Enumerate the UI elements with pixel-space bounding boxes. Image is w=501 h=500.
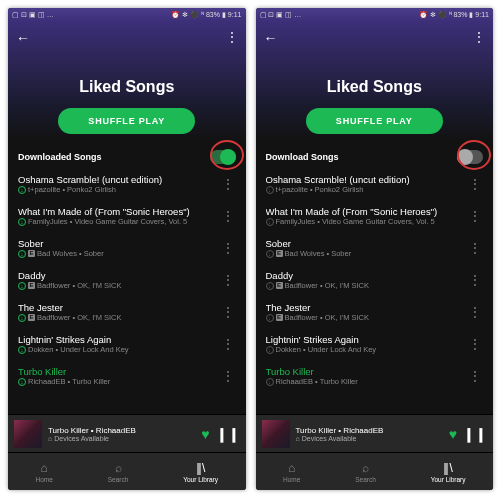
song-subtitle: ↓E Badflower • OK, I'M SICK — [18, 281, 220, 290]
download-row: Downloaded Songs — [8, 142, 246, 168]
search-icon: ⌕ — [115, 461, 122, 475]
download-toggle[interactable] — [210, 150, 236, 164]
song-row[interactable]: Turbo Killer↓ RichaadEB • Turbo Killer⋮ — [18, 360, 236, 392]
nav-search[interactable]: ⌕Search — [355, 461, 376, 483]
song-row[interactable]: The Jester↓E Badflower • OK, I'M SICK⋮ — [266, 296, 484, 328]
nav-library[interactable]: ‖\Your Library — [183, 461, 218, 483]
song-row[interactable]: The Jester↓E Badflower • OK, I'M SICK⋮ — [18, 296, 236, 328]
song-info: What I'm Made of (From "Sonic Heroes")↓ … — [266, 206, 468, 226]
song-title: Oshama Scramble! (uncut edition) — [18, 174, 220, 185]
status-right: ⏰ ✻ ⚫ ᴺ 83% ▮ 9:11 — [419, 11, 489, 19]
downloaded-icon: ↓ — [266, 346, 274, 354]
library-icon: ‖\ — [196, 461, 205, 475]
song-options-icon[interactable]: ⋮ — [220, 337, 236, 351]
song-row[interactable]: Daddy↓E Badflower • OK, I'M SICK⋮ — [18, 264, 236, 296]
song-subtitle: ↓E Bad Wolves • Sober — [266, 249, 468, 258]
downloaded-icon: ↓ — [18, 346, 26, 354]
song-row[interactable]: What I'm Made of (From "Sonic Heroes")↓ … — [266, 200, 484, 232]
song-row[interactable]: Sober↓E Bad Wolves • Sober⋮ — [266, 232, 484, 264]
options-icon[interactable]: ⋮ — [473, 30, 485, 44]
pause-icon[interactable]: ❙❙ — [463, 426, 487, 442]
song-row[interactable]: Sober↓E Bad Wolves • Sober⋮ — [18, 232, 236, 264]
song-row[interactable]: Turbo Killer↓ RichaadEB • Turbo Killer⋮ — [266, 360, 484, 392]
song-info: Sober↓E Bad Wolves • Sober — [266, 238, 468, 258]
shuffle-play-button[interactable]: SHUFFLE PLAY — [306, 108, 443, 134]
devices-available[interactable]: ⌂ Devices Available — [296, 435, 443, 442]
explicit-badge: E — [28, 250, 35, 257]
song-options-icon[interactable]: ⋮ — [467, 241, 483, 255]
song-list: Oshama Scramble! (uncut edition)↓ t+pazo… — [256, 168, 494, 414]
song-row[interactable]: What I'm Made of (From "Sonic Heroes")↓ … — [18, 200, 236, 232]
now-playing-bar[interactable]: Turbo Killer • RichaadEB ⌂ Devices Avail… — [256, 414, 494, 452]
song-title: Turbo Killer — [18, 366, 220, 377]
song-title: Sober — [18, 238, 220, 249]
now-playing-bar[interactable]: Turbo Killer • RichaadEB ⌂ Devices Avail… — [8, 414, 246, 452]
song-options-icon[interactable]: ⋮ — [467, 273, 483, 287]
song-options-icon[interactable]: ⋮ — [220, 241, 236, 255]
download-toggle[interactable] — [457, 150, 483, 164]
song-options-icon[interactable]: ⋮ — [220, 209, 236, 223]
song-info: Sober↓E Bad Wolves • Sober — [18, 238, 220, 258]
nav-home[interactable]: ⌂Home — [35, 461, 52, 483]
options-icon[interactable]: ⋮ — [226, 30, 238, 44]
song-row[interactable]: Oshama Scramble! (uncut edition)↓ t+pazo… — [18, 168, 236, 200]
pause-icon[interactable]: ❙❙ — [216, 426, 240, 442]
song-subtitle: ↓E Bad Wolves • Sober — [18, 249, 220, 258]
explicit-badge: E — [276, 314, 283, 321]
song-subtitle: ↓ RichaadEB • Turbo Killer — [266, 377, 468, 386]
song-title: The Jester — [266, 302, 468, 313]
song-info: Lightnin' Strikes Again↓ Dokken • Under … — [18, 334, 220, 354]
heart-icon[interactable]: ♥ — [201, 426, 209, 442]
explicit-badge: E — [276, 250, 283, 257]
song-options-icon[interactable]: ⋮ — [467, 305, 483, 319]
song-options-icon[interactable]: ⋮ — [467, 337, 483, 351]
song-info: Daddy↓E Badflower • OK, I'M SICK — [18, 270, 220, 290]
nav-library[interactable]: ‖\Your Library — [431, 461, 466, 483]
download-row: Download Songs — [256, 142, 494, 168]
song-options-icon[interactable]: ⋮ — [467, 177, 483, 191]
downloaded-icon: ↓ — [266, 250, 274, 258]
song-row[interactable]: Oshama Scramble! (uncut edition)↓ t+pazo… — [266, 168, 484, 200]
phone-right: ▢ ⊡ ▣ ◫ … ⏰ ✻ ⚫ ᴺ 83% ▮ 9:11 ← ⋮ Liked S… — [256, 8, 494, 490]
song-options-icon[interactable]: ⋮ — [220, 177, 236, 191]
song-options-icon[interactable]: ⋮ — [467, 369, 483, 383]
phone-left: ▢ ⊡ ▣ ◫ … ⏰ ✻ ⚫ ᴺ 83% ▮ 9:11 ← ⋮ Liked S… — [8, 8, 246, 490]
now-playing-title: Turbo Killer • RichaadEB — [48, 426, 195, 435]
album-art — [14, 420, 42, 448]
song-options-icon[interactable]: ⋮ — [220, 369, 236, 383]
now-playing-info: Turbo Killer • RichaadEB ⌂ Devices Avail… — [48, 426, 195, 442]
shuffle-play-button[interactable]: SHUFFLE PLAY — [58, 108, 195, 134]
song-info: Lightnin' Strikes Again↓ Dokken • Under … — [266, 334, 468, 354]
song-info: The Jester↓E Badflower • OK, I'M SICK — [18, 302, 220, 322]
song-info: Oshama Scramble! (uncut edition)↓ t+pazo… — [18, 174, 220, 194]
song-options-icon[interactable]: ⋮ — [220, 305, 236, 319]
song-title: Daddy — [266, 270, 468, 281]
song-row[interactable]: Daddy↓E Badflower • OK, I'M SICK⋮ — [266, 264, 484, 296]
song-title: The Jester — [18, 302, 220, 313]
song-title: Oshama Scramble! (uncut edition) — [266, 174, 468, 185]
song-row[interactable]: Lightnin' Strikes Again↓ Dokken • Under … — [18, 328, 236, 360]
back-arrow-icon[interactable]: ← — [264, 30, 278, 46]
song-info: Turbo Killer↓ RichaadEB • Turbo Killer — [18, 366, 220, 386]
nav-search[interactable]: ⌕Search — [108, 461, 129, 483]
heart-icon[interactable]: ♥ — [449, 426, 457, 442]
song-info: Daddy↓E Badflower • OK, I'M SICK — [266, 270, 468, 290]
downloaded-icon: ↓ — [266, 378, 274, 386]
song-info: The Jester↓E Badflower • OK, I'M SICK — [266, 302, 468, 322]
page-title: Liked Songs — [79, 78, 174, 96]
song-title: What I'm Made of (From "Sonic Heroes") — [266, 206, 468, 217]
devices-available[interactable]: ⌂ Devices Available — [48, 435, 195, 442]
nav-home[interactable]: ⌂Home — [283, 461, 300, 483]
explicit-badge: E — [28, 282, 35, 289]
status-left: ▢ ⊡ ▣ ◫ … — [12, 11, 54, 19]
downloaded-icon: ↓ — [266, 314, 274, 322]
download-label: Downloaded Songs — [18, 152, 102, 162]
song-row[interactable]: Lightnin' Strikes Again↓ Dokken • Under … — [266, 328, 484, 360]
song-subtitle: ↓E Badflower • OK, I'M SICK — [18, 313, 220, 322]
song-options-icon[interactable]: ⋮ — [467, 209, 483, 223]
song-subtitle: ↓E Badflower • OK, I'M SICK — [266, 313, 468, 322]
song-options-icon[interactable]: ⋮ — [220, 273, 236, 287]
back-arrow-icon[interactable]: ← — [16, 30, 30, 46]
status-left: ▢ ⊡ ▣ ◫ … — [260, 11, 302, 19]
song-title: Turbo Killer — [266, 366, 468, 377]
